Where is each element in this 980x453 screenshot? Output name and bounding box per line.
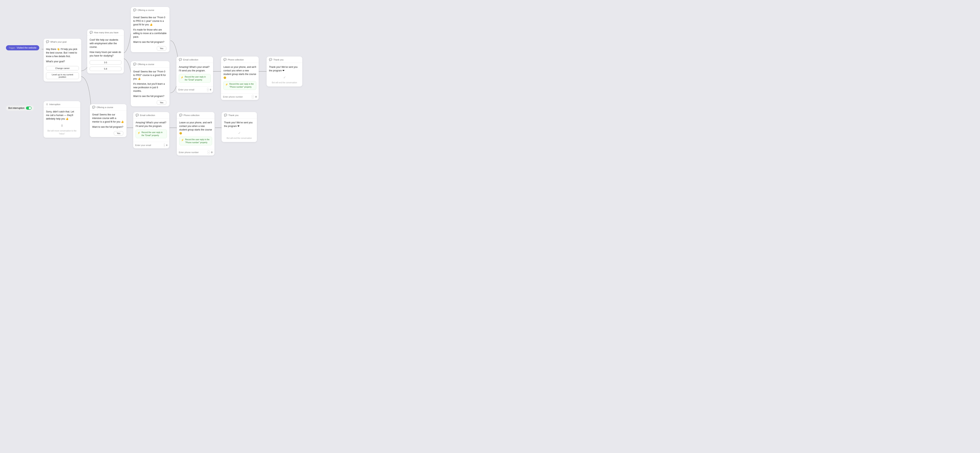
trigger-node: Trigger: Visited the website — [6, 45, 39, 50]
chat-icon-8: 💬 — [92, 106, 95, 109]
phone-input-2[interactable] — [179, 151, 206, 153]
send-phone-1[interactable]: ↑ — [251, 95, 254, 99]
email-record-property-2: ⚡ Record the user reply in the "Email" p… — [135, 129, 167, 138]
chat-icon-9: 💬 — [135, 114, 139, 116]
phone-collection-2-card: 💬 Phone collection Leave us your phone, … — [177, 112, 215, 155]
thank-you-2-header: 💬 Thank you — [222, 112, 257, 118]
offering-course-3-body: Great! Seems like our intensive course w… — [90, 110, 126, 133]
phone-collection-2-header: 💬 Phone collection — [177, 112, 215, 118]
chat-icon: 💬 — [46, 40, 49, 43]
email-input-row-2[interactable]: ↑ — [133, 142, 169, 148]
bolt-icon-3: ⚡ — [137, 131, 140, 135]
how-many-time-body: Cool! We help our students with employme… — [87, 36, 124, 73]
thank-you-check-2: ✓ — [224, 129, 255, 137]
email-collection-1-header: 💬 Email collection — [177, 56, 213, 63]
how-many-time-card: 💬 How many time you have Cool! We help o… — [87, 29, 124, 73]
bot-interruption-toggle[interactable] — [26, 107, 32, 110]
chat-icon-2: 💬 — [90, 31, 93, 34]
phone-collection-1-card: 💬 Phone collection Leave us your phone, … — [221, 56, 259, 100]
phone-record-property-1: ⚡ Record the user reply in the "Phone nu… — [223, 81, 256, 90]
bolt-icon-1: ⚡ — [181, 76, 183, 79]
thank-you-1-body: Thank you! We've sent you the program ❤ … — [267, 63, 302, 86]
offering-course-3-card: 💬 Offering a course Great! Seems like ou… — [90, 104, 126, 137]
offering-course-2-header: 💬 Offering a course — [131, 61, 169, 67]
offering-course-1-header: 💬 Offering a course — [131, 7, 169, 13]
phone-record-property-2: ⚡ Record the user reply in the "Phone nu… — [179, 137, 212, 145]
offering-course-1-card: 💬 Offering a course Great! Seems like ou… — [131, 7, 169, 52]
email-input-1[interactable] — [178, 88, 206, 91]
email-collection-1-card: 💬 Email collection Amazing! What's your … — [177, 56, 213, 93]
thank-you-2-body: Thank you! We've sent you the program ❤ … — [222, 118, 257, 142]
bot-interruption-node: Bot interruption — [6, 105, 34, 111]
chat-icon-4: 💬 — [133, 63, 136, 65]
yes-button-1[interactable]: Yes — [157, 46, 166, 51]
send-phone-2[interactable]: ↑ — [207, 150, 210, 154]
chat-icon-7: 💬 — [269, 58, 272, 61]
email-record-property-1: ⚡ Record the user reply in the "Email" p… — [179, 74, 211, 83]
inbox-icon: ⬇ — [46, 122, 78, 129]
chat-icon-11: 💬 — [224, 114, 227, 116]
interruption-body: Sorry, didn't catch that. Let me call a … — [44, 107, 80, 138]
chat-icon-3: 💬 — [133, 8, 136, 11]
bolt-icon-4: ⚡ — [181, 138, 184, 142]
chat-icon-5: 💬 — [179, 58, 182, 61]
phone-input-row-1[interactable]: ↑ — [221, 93, 259, 100]
yes-button-2[interactable]: Yes — [157, 100, 166, 105]
offering-course-3-header: 💬 Offering a course — [90, 104, 126, 110]
trigger-pill[interactable]: Trigger: Visited the website — [6, 45, 39, 50]
interruption-icon: ⊙ — [46, 103, 48, 106]
whats-your-goal-header: 💬 What's your goal — [44, 39, 81, 45]
chat-icon-6: 💬 — [223, 58, 227, 61]
email-collection-2-body: Amazing! What's your email? I'll send yo… — [133, 118, 169, 142]
email-collection-2-header: 💬 Email collection — [133, 112, 169, 118]
chat-icon-10: 💬 — [179, 114, 182, 116]
interruption-card: ⊙ Interruption Sorry, didn't catch that.… — [44, 101, 80, 138]
thank-you-1-card: 💬 Thank you Thank you! We've sent you th… — [267, 56, 302, 86]
connector-dot-4 — [211, 152, 213, 153]
yes-button-3[interactable]: Yes — [114, 131, 123, 136]
connector-dot-1 — [210, 89, 211, 91]
phone-input-1[interactable] — [223, 96, 250, 98]
offering-course-1-body: Great! Seems like our "From 0 to PRO in … — [131, 13, 169, 48]
change-career-button[interactable]: Change career — [46, 66, 79, 70]
bot-interruption-pill[interactable]: Bot interruption — [6, 105, 34, 111]
email-collection-2-card: 💬 Email collection Amazing! What's your … — [133, 112, 169, 148]
offering-course-2-card: 💬 Offering a course Great! Seems like ou… — [131, 61, 169, 106]
thank-you-2-card: 💬 Thank you Thank you! We've sent you th… — [222, 112, 257, 142]
whats-your-goal-card: 💬 What's your goal Hey there 👋 I'll help… — [44, 39, 81, 81]
trigger-label-text: Trigger: — [9, 47, 16, 49]
bot-interruption-label: Bot interruption — [8, 107, 24, 110]
thank-you-check-1: ✓ — [269, 74, 300, 81]
send-email-2[interactable]: ↑ — [164, 143, 165, 147]
phone-input-row-2[interactable]: ↑ — [177, 149, 215, 155]
bolt-icon-2: ⚡ — [225, 83, 228, 86]
email-input-row-1[interactable]: ↑ — [177, 86, 213, 93]
hours-5-8-button[interactable]: 5-8 — [90, 67, 121, 71]
phone-collection-1-header: 💬 Phone collection — [221, 56, 259, 63]
phone-collection-2-body: Leave us your phone, and we'll contact y… — [177, 118, 215, 149]
send-email-1[interactable]: ↑ — [207, 88, 209, 92]
how-many-time-header: 💬 How many time you have — [87, 29, 124, 36]
email-input-2[interactable] — [135, 144, 162, 147]
connector-dot-2 — [255, 96, 257, 97]
trigger-value: Visited the website — [17, 46, 37, 49]
thank-you-1-header: 💬 Thank you — [267, 56, 302, 63]
email-collection-1-body: Amazing! What's your email? I'll send yo… — [177, 63, 213, 86]
whats-your-goal-body: Hey there 👋 I'll help you pick the best … — [44, 45, 81, 81]
offering-course-2-body: Great! Seems like our "From 0 to PRO" co… — [131, 67, 169, 102]
interruption-header: ⊙ Interruption — [44, 101, 80, 107]
hours-3-5-button[interactable]: 3-5 — [90, 60, 121, 65]
phone-collection-1-body: Leave us your phone, and we'll contact y… — [221, 63, 259, 93]
level-up-button[interactable]: Level up in my current position — [46, 72, 79, 79]
connector-dot-3 — [166, 144, 167, 146]
